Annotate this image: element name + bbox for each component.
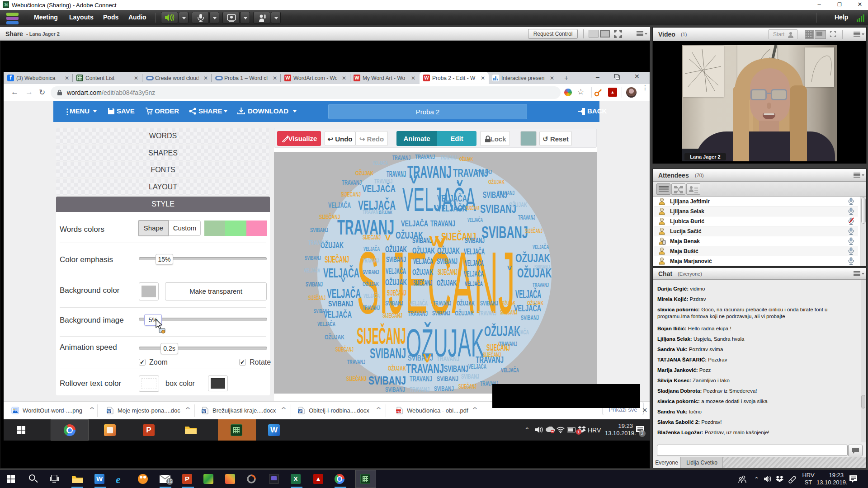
svg-text:TRAVANJ: TRAVANJ (342, 178, 362, 186)
svg-text:VELJAČA: VELJAČA (511, 328, 529, 336)
svg-text:SVIBANJ: SVIBANJ (328, 300, 353, 308)
svg-text:SVIBANJ: SVIBANJ (370, 346, 406, 361)
svg-text:OŽUJAK: OŽUJAK (509, 201, 527, 208)
svg-text:V: V (410, 173, 418, 186)
svg-text:OŽUJAK: OŽUJAK (363, 281, 379, 287)
svg-text:SIJEČANJ: SIJEČANJ (525, 227, 542, 235)
svg-text:VELJAČA: VELJAČA (437, 193, 467, 203)
svg-text:SVIBANJ: SVIBANJ (465, 236, 485, 245)
svg-text:SIJEČANJ: SIJEČANJ (382, 311, 402, 319)
svg-text:SIJEČANJ: SIJEČANJ (387, 289, 406, 297)
svg-text:SVIBANJ: SVIBANJ (461, 373, 479, 380)
svg-text:V: V (341, 276, 346, 283)
svg-text:VELJAČA: VELJAČA (363, 292, 380, 299)
svg-text:TRAVANJ: TRAVANJ (347, 358, 365, 366)
svg-text:VELJAČA: VELJAČA (515, 287, 541, 300)
svg-text:TRAVANJ: TRAVANJ (497, 189, 514, 197)
svg-text:VELJAČA: VELJAČA (386, 267, 406, 276)
svg-text:SIJEČANJ: SIJEČANJ (466, 205, 479, 211)
svg-text:TRAVANJ: TRAVANJ (363, 304, 380, 311)
svg-text:VELJAČA: VELJAČA (464, 270, 484, 278)
svg-text:OŽUJAK: OŽUJAK (459, 156, 473, 162)
svg-text:SIJEČANJ: SIJEČANJ (325, 254, 349, 264)
svg-text:VELJAČA: VELJAČA (410, 299, 428, 307)
svg-text:TRAVANJ: TRAVANJ (415, 153, 435, 160)
svg-text:SIJEČANJ: SIJEČANJ (500, 308, 517, 316)
svg-text:OŽUJAK: OŽUJAK (457, 299, 475, 307)
svg-text:OŽUJAK: OŽUJAK (385, 244, 407, 254)
svg-text:VELJAČA: VELJAČA (413, 257, 433, 266)
svg-text:W: W (299, 410, 302, 413)
svg-text:SIJEČANJ: SIJEČANJ (335, 345, 354, 353)
svg-text:SIJEČANJ: SIJEČANJ (346, 375, 366, 382)
svg-text:OŽUJAK: OŽUJAK (502, 300, 515, 305)
svg-text:SIJEČANJ: SIJEČANJ (413, 279, 432, 287)
svg-text:VELJAČA: VELJAČA (468, 362, 486, 370)
svg-text:TRAVANJ: TRAVANJ (410, 375, 432, 383)
svg-text:TRAVANJ: TRAVANJ (308, 239, 326, 246)
svg-text:TRAVANJ: TRAVANJ (437, 355, 459, 362)
svg-text:SVIBANJ: SVIBANJ (310, 226, 328, 234)
svg-text:V: V (429, 233, 439, 249)
svg-text:OŽUJAK: OŽUJAK (325, 333, 344, 341)
svg-text:SVIBANJ: SVIBANJ (306, 281, 323, 288)
svg-text:OŽUJAK: OŽUJAK (379, 210, 392, 215)
svg-text:SVIBANJ: SVIBANJ (480, 300, 498, 307)
svg-text:SVIBANJ: SVIBANJ (434, 385, 454, 392)
svg-text:OŽUJAK: OŽUJAK (437, 245, 460, 256)
svg-text:OŽUJAK: OŽUJAK (385, 277, 407, 287)
svg-text:TRAVANJ: TRAVANJ (363, 208, 381, 216)
svg-text:VELJAČA: VELJAČA (464, 247, 485, 256)
svg-text:VELJAČA: VELJAČA (501, 366, 519, 374)
svg-text:SIJEČANJ: SIJEČANJ (438, 268, 458, 277)
svg-text:TRAVANJ: TRAVANJ (440, 155, 457, 161)
svg-text:V: V (385, 234, 391, 242)
svg-text:SIJEČANJ: SIJEČANJ (319, 213, 340, 221)
svg-text:W: W (203, 410, 206, 413)
svg-text:SIJEČANJ: SIJEČANJ (308, 294, 326, 301)
svg-text:TRAVANJ: TRAVANJ (499, 340, 517, 347)
svg-text:TRAVANJ: TRAVANJ (363, 258, 379, 264)
svg-text:SIJEČANJ: SIJEČANJ (483, 351, 501, 358)
svg-text:SIJEČANJ: SIJEČANJ (341, 190, 361, 198)
svg-text:TRAVANJ: TRAVANJ (478, 310, 496, 317)
svg-text:OŽUJAK: OŽUJAK (527, 300, 543, 306)
svg-text:SVIBANJ: SVIBANJ (476, 169, 492, 175)
svg-text:SVIBANJ: SVIBANJ (437, 257, 458, 266)
svg-text:SIJEČANJ: SIJEČANJ (357, 323, 406, 349)
svg-text:VELJAČA: VELJAČA (465, 259, 484, 267)
svg-text:VELJAČA: VELJAČA (437, 203, 467, 213)
svg-text:SVIBANJ: SVIBANJ (444, 363, 468, 374)
svg-text:OŽUJAK: OŽUJAK (488, 178, 505, 185)
svg-text:PDF: PDF (396, 410, 402, 413)
svg-text:V: V (457, 178, 463, 188)
svg-text:SVIBANJ: SVIBANJ (432, 310, 450, 317)
svg-text:TRAVANJ: TRAVANJ (533, 282, 549, 288)
svg-text:TRAVANJ: TRAVANJ (392, 154, 410, 161)
svg-text:SVIBANJ: SVIBANJ (385, 300, 403, 307)
svg-text:SIJEČANJ: SIJEČANJ (363, 233, 381, 241)
svg-text:TRAVANJ: TRAVANJ (408, 310, 428, 317)
svg-text:SVIBANJ: SVIBANJ (437, 375, 458, 382)
svg-text:VELJAČA: VELJAČA (363, 245, 380, 252)
svg-text:TRAVANJ: TRAVANJ (518, 214, 535, 221)
svg-text:OŽUJAK: OŽUJAK (455, 309, 474, 317)
svg-text:SVIBANJ: SVIBANJ (386, 255, 406, 264)
svg-text:OŽUJAK: OŽUJAK (412, 268, 433, 277)
svg-text:V: V (507, 264, 512, 272)
svg-text:SIJEČANJ: SIJEČANJ (458, 382, 476, 390)
svg-text:VELJAČA: VELJAČA (317, 320, 335, 328)
svg-text:SVIBANJ: SVIBANJ (314, 308, 329, 314)
svg-text:SVIBANJ: SVIBANJ (363, 269, 379, 276)
svg-text:SVIBANJ: SVIBANJ (534, 264, 550, 270)
svg-text:OŽUJAK: OŽUJAK (355, 169, 373, 177)
svg-text:VELJAČA: VELJAČA (533, 244, 549, 250)
svg-text:TRAVANJ: TRAVANJ (433, 300, 451, 307)
svg-text:V: V (423, 352, 431, 365)
svg-text:VELJAČA: VELJAČA (465, 280, 483, 287)
svg-text:TRAVANJ: TRAVANJ (410, 385, 429, 393)
svg-text:OŽUJAK: OŽUJAK (388, 364, 406, 372)
svg-text:OŽUJAK: OŽUJAK (515, 251, 550, 265)
svg-text:VELJAČA: VELJAČA (327, 286, 361, 300)
svg-text:TRAVANJ: TRAVANJ (430, 219, 455, 228)
